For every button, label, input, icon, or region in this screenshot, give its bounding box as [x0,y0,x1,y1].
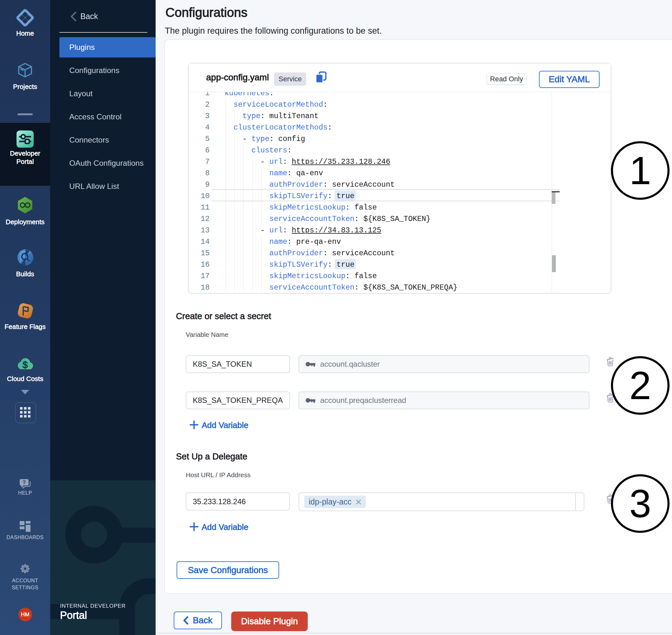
svg-text:?: ? [23,479,26,485]
svg-text:$: $ [22,359,28,370]
